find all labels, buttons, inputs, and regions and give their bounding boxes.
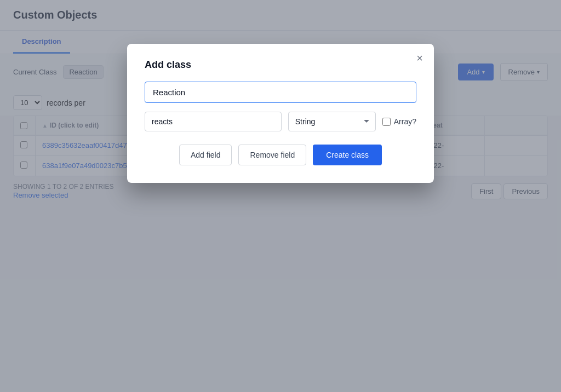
remove-field-button[interactable]: Remove field (238, 145, 306, 165)
close-button[interactable]: × (416, 53, 423, 64)
array-label: Array? (394, 117, 416, 126)
class-name-input[interactable] (145, 82, 416, 103)
array-checkbox[interactable] (382, 118, 391, 126)
modal-title: Add class (145, 59, 416, 71)
create-class-button[interactable]: Create class (313, 145, 382, 165)
add-field-button[interactable]: Add field (179, 145, 232, 165)
modal-actions: Add field Remove field Create class (145, 145, 416, 165)
field-type-select[interactable]: String Number Boolean Object Array Date … (288, 112, 376, 131)
modal-overlay: Add class × String Number Boolean Object… (0, 0, 561, 392)
field-row: String Number Boolean Object Array Date … (145, 112, 416, 131)
array-checkbox-wrap: Array? (382, 117, 416, 126)
add-class-modal: Add class × String Number Boolean Object… (127, 44, 434, 183)
field-name-input[interactable] (145, 112, 282, 131)
